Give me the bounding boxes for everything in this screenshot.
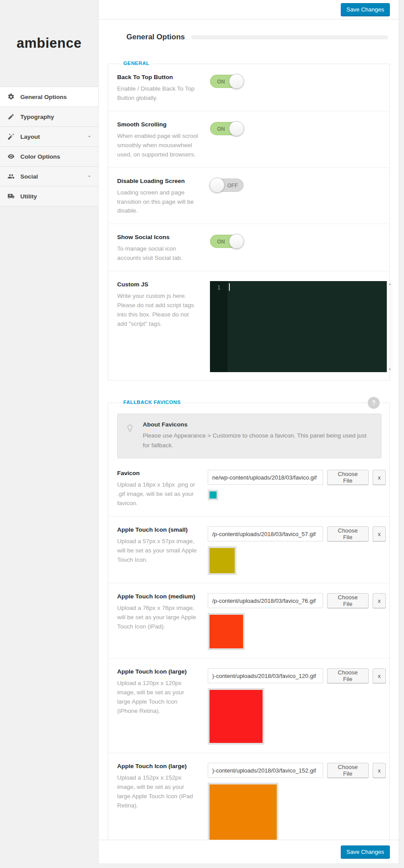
chevron-down-icon <box>86 173 92 179</box>
editor-content[interactable] <box>228 281 387 372</box>
favicon-row: Favicon Upload a 16px x 16px .png or .gi… <box>108 460 389 517</box>
apple-touch-medium-preview <box>208 613 245 650</box>
custom-js-editor: 1 ▲ ▼ <box>210 281 393 372</box>
pencil-icon <box>8 113 15 120</box>
favicons-legend: FALLBACK FAVICONS <box>119 400 185 405</box>
toggle-knob <box>229 234 244 249</box>
theme-logo-box: ambience <box>0 0 98 87</box>
lightbulb-icon <box>126 421 135 450</box>
magic-wand-icon <box>8 133 15 140</box>
option-label: Show Social Icons <box>117 234 200 240</box>
smooth-scrolling-toggle[interactable]: ON <box>210 122 244 135</box>
clear-button[interactable]: x <box>373 763 386 778</box>
clear-button[interactable]: x <box>373 593 386 608</box>
option-label: Smooth Scrolling <box>117 121 200 128</box>
apple-touch-small-preview <box>208 546 236 575</box>
page-title-row: General Options <box>99 19 399 42</box>
toggle-state-label: ON <box>217 79 225 85</box>
field-description: Upload a 16px x 16px .png or .gif image,… <box>117 480 199 508</box>
option-description: Enable / Disable Back To Top Button glob… <box>117 84 200 103</box>
favicon-path-input[interactable] <box>208 470 323 485</box>
choose-file-button[interactable]: Choose File <box>327 763 369 778</box>
title-divider <box>191 35 388 39</box>
save-changes-button-bottom[interactable]: Save Changes <box>341 845 390 858</box>
option-description: Write your custom js here. Please do not… <box>117 292 200 329</box>
field-description: Upload a 120px x 120px image, will be se… <box>117 679 199 716</box>
choose-file-button[interactable]: Choose File <box>327 470 369 485</box>
scroll-up-icon[interactable]: ▲ <box>389 282 392 286</box>
toggle-knob <box>229 74 244 89</box>
field-label: Apple Touch Icon (large) <box>117 668 199 675</box>
apple-touch-icon-small-row: Apple Touch Icon (small) Upload a 57px x… <box>108 517 389 583</box>
help-icon[interactable]: ? <box>368 397 380 409</box>
apple-touch-large-120-path-input[interactable] <box>208 668 323 683</box>
clear-button[interactable]: x <box>373 470 386 485</box>
favicons-fieldset: FALLBACK FAVICONS ? About Favicons Pleas… <box>108 403 390 862</box>
option-description: Loading screen and page transition on th… <box>117 188 200 216</box>
apple-touch-large-152-path-input[interactable] <box>208 763 323 778</box>
theme-options-page: { "app": { "logo": "ambience" }, "button… <box>0 0 404 868</box>
sidebar: ambience General Options Typography Layo… <box>0 0 98 868</box>
option-description: When enabled page will scrool smoothly w… <box>117 132 200 160</box>
sidebar-item-label: Social <box>20 173 38 180</box>
page-title: General Options <box>126 33 185 42</box>
choose-file-button[interactable]: Choose File <box>327 668 369 683</box>
theme-logo: ambience <box>16 35 81 51</box>
editor-line-number: 1 <box>210 281 228 372</box>
clear-button[interactable]: x <box>373 668 386 683</box>
choose-file-button[interactable]: Choose File <box>327 593 369 608</box>
general-legend: GENERAL <box>119 61 153 66</box>
option-row-custom-js: Custom JS Write your custom js here. Ple… <box>108 271 389 380</box>
scroll-down-icon[interactable]: ▼ <box>389 368 392 371</box>
chevron-down-icon <box>86 133 92 140</box>
sidebar-item-general-options[interactable]: General Options <box>0 87 98 107</box>
option-row-back-to-top: Back To Top Button Enable / Disable Back… <box>108 64 389 111</box>
main-panel: Save Changes General Options GENERAL Bac… <box>98 0 399 864</box>
save-changes-button-top[interactable]: Save Changes <box>341 3 390 16</box>
top-toolbar: Save Changes <box>99 0 399 19</box>
apple-touch-small-path-input[interactable] <box>208 526 323 541</box>
disable-loading-screen-toggle[interactable]: OFF <box>210 179 244 192</box>
bottom-toolbar: Save Changes <box>99 840 399 864</box>
field-label: Apple Touch Icon (medium) <box>117 593 199 600</box>
apple-touch-large-120-preview <box>208 688 264 745</box>
apple-touch-icon-large-120-row: Apple Touch Icon (large) Upload a 120px … <box>108 659 389 753</box>
toggle-state-label: ON <box>217 126 225 132</box>
apple-touch-medium-path-input[interactable] <box>208 593 323 608</box>
show-social-icons-toggle[interactable]: ON <box>210 235 244 248</box>
notice-text: Please use Appearance > Customize to cho… <box>143 431 373 450</box>
back-to-top-toggle[interactable]: ON <box>210 75 244 88</box>
option-description: To manage social icon accounts visit Soc… <box>117 244 200 263</box>
option-label: Custom JS <box>117 281 200 288</box>
choose-file-button[interactable]: Choose File <box>327 526 369 541</box>
sidebar-item-utility[interactable]: Utility <box>0 187 98 206</box>
favicons-notice: About Favicons Please use Appearance > C… <box>117 414 381 458</box>
sidebar-item-layout[interactable]: Layout <box>0 127 98 147</box>
notice-title: About Favicons <box>143 421 373 428</box>
field-label: Apple Touch Icon (large) <box>117 763 199 769</box>
favicon-preview <box>208 490 218 500</box>
sidebar-item-label: Color Options <box>20 153 60 160</box>
sidebar-item-label: Layout <box>20 133 40 140</box>
clear-button[interactable]: x <box>373 526 386 541</box>
field-description: Upload a 76px x 76px image, will be set … <box>117 604 199 632</box>
field-description: Upload a 152px x 152px image, will be se… <box>117 773 199 811</box>
sidebar-item-social[interactable]: Social <box>0 167 98 187</box>
sidebar-item-typography[interactable]: Typography <box>0 107 98 127</box>
option-row-disable-loading-screen: Disable Loading Screen Loading screen an… <box>108 168 389 225</box>
sidebar-item-label: Typography <box>20 114 54 120</box>
editor-scrollbar[interactable]: ▲ ▼ <box>387 281 393 372</box>
toggle-knob <box>210 178 225 193</box>
general-fieldset: GENERAL Back To Top Button Enable / Disa… <box>108 64 390 381</box>
toggle-state-label: OFF <box>227 183 238 189</box>
ambulance-icon <box>8 193 15 200</box>
field-label: Favicon <box>117 470 199 476</box>
option-row-smooth-scrolling: Smooth Scrolling When enabled page will … <box>108 111 389 168</box>
toggle-state-label: ON <box>217 239 225 245</box>
gear-icon <box>8 93 15 100</box>
eye-icon <box>8 153 15 160</box>
sidebar-item-label: Utility <box>20 193 37 200</box>
sidebar-item-color-options[interactable]: Color Options <box>0 147 98 167</box>
option-row-show-social-icons: Show Social Icons To manage social icon … <box>108 224 389 271</box>
field-label: Apple Touch Icon (small) <box>117 526 199 533</box>
